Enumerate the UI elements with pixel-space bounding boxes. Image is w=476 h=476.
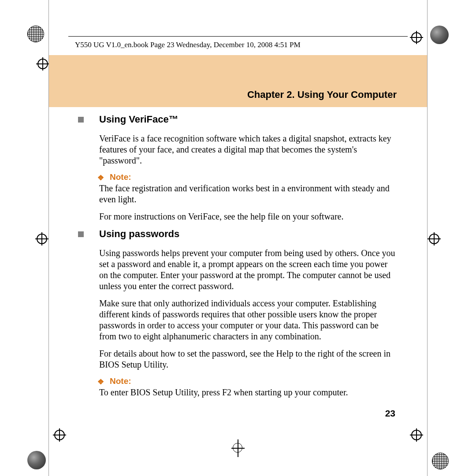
registration-mark [53,428,66,442]
section-heading-veriface: Using VeriFace™ [99,114,397,125]
body-paragraph: For details about how to set the passwor… [99,348,397,370]
center-mark [231,442,245,455]
registration-mark [36,57,49,71]
registration-mark [410,428,423,442]
section-heading-text: Using VeriFace™ [99,114,178,125]
note-icon: ❖ [97,377,104,387]
printer-sphere-mark [27,451,46,469]
section-heading-text: Using passwords [99,228,179,239]
note-text: The face registration and verification w… [99,183,397,205]
page-number: 23 [385,408,395,419]
body-paragraph: VeriFace is a face recognition software … [99,133,397,166]
body-paragraph: Make sure that only authorized individua… [99,298,397,342]
registration-mark [35,232,48,245]
square-bullet-icon [78,231,84,237]
note-heading: ❖ Note: [99,376,397,386]
note-label: Note: [110,172,131,182]
registration-mark [410,31,423,44]
header-rule [68,36,408,37]
note-text: To enter BIOS Setup Utility, press F2 wh… [99,387,397,398]
content-area: Using VeriFace™ VeriFace is a face recog… [99,114,397,404]
note-label: Note: [110,376,131,386]
file-info-text: Y550 UG V1.0_en.book Page 23 Wednesday, … [75,41,301,49]
chapter-title: Chapter 2. Using Your Computer [247,89,397,100]
square-bullet-icon [78,117,84,123]
section-heading-passwords: Using passwords [99,228,397,240]
registration-mark [428,232,441,245]
note-icon: ❖ [97,173,104,182]
printer-sphere-mark [430,26,449,44]
note-heading: ❖ Note: [99,172,397,182]
body-paragraph: For more instructions on VeriFace, see t… [99,211,397,222]
printer-hatch-mark [27,26,44,42]
printer-hatch-mark [432,453,449,469]
body-paragraph: Using passwords helps prevent your compu… [99,248,397,292]
